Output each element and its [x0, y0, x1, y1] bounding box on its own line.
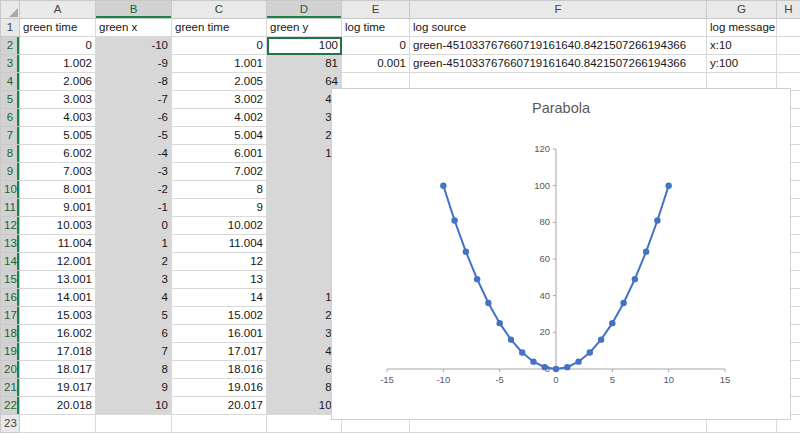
- row-header-12[interactable]: 12: [1, 217, 20, 235]
- row-header-16[interactable]: 16: [1, 289, 20, 307]
- cell-A9[interactable]: 7.003: [20, 163, 96, 181]
- cell-H3[interactable]: [777, 55, 800, 73]
- row-header-20[interactable]: 20: [1, 361, 20, 379]
- row-header-13[interactable]: 13: [1, 235, 20, 253]
- row-header-5[interactable]: 5: [1, 91, 20, 109]
- cell-E1[interactable]: log time: [342, 19, 410, 37]
- cell-A12[interactable]: 10.003: [20, 217, 96, 235]
- row-header-9[interactable]: 9: [1, 163, 20, 181]
- cell-B7[interactable]: -5: [96, 127, 172, 145]
- cell-A8[interactable]: 6.002: [20, 145, 96, 163]
- cell-A11[interactable]: 9.001: [20, 199, 96, 217]
- cell-C19[interactable]: 17.017: [172, 343, 267, 361]
- cell-B8[interactable]: -4: [96, 145, 172, 163]
- row-header-11[interactable]: 11: [1, 199, 20, 217]
- cell-C5[interactable]: 3.002: [172, 91, 267, 109]
- row-header-4[interactable]: 4: [1, 73, 20, 91]
- cell-B23[interactable]: [96, 415, 172, 433]
- cell-E3[interactable]: 0.001: [342, 55, 410, 73]
- cell-B4[interactable]: -8: [96, 73, 172, 91]
- column-header-F[interactable]: F: [410, 1, 707, 19]
- cell-B5[interactable]: -7: [96, 91, 172, 109]
- column-header-D[interactable]: D: [267, 1, 342, 19]
- cell-B14[interactable]: 2: [96, 253, 172, 271]
- cell-B6[interactable]: -6: [96, 109, 172, 127]
- cell-B16[interactable]: 4: [96, 289, 172, 307]
- cell-C17[interactable]: 15.002: [172, 307, 267, 325]
- cell-B17[interactable]: 5: [96, 307, 172, 325]
- cell-G3[interactable]: y:100: [707, 55, 777, 73]
- cell-H2[interactable]: [777, 37, 800, 55]
- cell-A18[interactable]: 16.002: [20, 325, 96, 343]
- cell-F3[interactable]: green-451033767660719161640.842150726619…: [410, 55, 707, 73]
- select-all-button[interactable]: [1, 1, 20, 19]
- cell-A10[interactable]: 8.001: [20, 181, 96, 199]
- cell-G2[interactable]: x:10: [707, 37, 777, 55]
- cell-A19[interactable]: 17.018: [20, 343, 96, 361]
- cell-F1[interactable]: log source: [410, 19, 707, 37]
- cell-D3[interactable]: 81: [267, 55, 342, 73]
- row-header-19[interactable]: 19: [1, 343, 20, 361]
- cell-B13[interactable]: 1: [96, 235, 172, 253]
- cell-B18[interactable]: 6: [96, 325, 172, 343]
- cell-A6[interactable]: 4.003: [20, 109, 96, 127]
- chart[interactable]: -15-10-5051015020406080100120 Parabola: [331, 88, 791, 420]
- cell-B1[interactable]: green x: [96, 19, 172, 37]
- row-header-22[interactable]: 22: [1, 397, 20, 415]
- cell-B2[interactable]: -10: [96, 37, 172, 55]
- cell-C2[interactable]: 0: [172, 37, 267, 55]
- cell-D2[interactable]: 100: [267, 37, 342, 55]
- cell-C11[interactable]: 9: [172, 199, 267, 217]
- cell-A20[interactable]: 18.017: [20, 361, 96, 379]
- cell-A13[interactable]: 11.004: [20, 235, 96, 253]
- cell-A4[interactable]: 2.006: [20, 73, 96, 91]
- cell-C3[interactable]: 1.001: [172, 55, 267, 73]
- row-header-2[interactable]: 2: [1, 37, 20, 55]
- cell-B10[interactable]: -2: [96, 181, 172, 199]
- cell-B3[interactable]: -9: [96, 55, 172, 73]
- cell-C6[interactable]: 4.002: [172, 109, 267, 127]
- column-header-G[interactable]: G: [707, 1, 777, 19]
- cell-A14[interactable]: 12.001: [20, 253, 96, 271]
- row-header-17[interactable]: 17: [1, 307, 20, 325]
- cell-A3[interactable]: 1.002: [20, 55, 96, 73]
- cell-C15[interactable]: 13: [172, 271, 267, 289]
- column-header-C[interactable]: C: [172, 1, 267, 19]
- cell-C10[interactable]: 8: [172, 181, 267, 199]
- cell-C14[interactable]: 12: [172, 253, 267, 271]
- cell-B15[interactable]: 3: [96, 271, 172, 289]
- cell-C16[interactable]: 14: [172, 289, 267, 307]
- cell-A1[interactable]: green time: [20, 19, 96, 37]
- row-header-23[interactable]: 23: [1, 415, 20, 433]
- cell-A21[interactable]: 19.017: [20, 379, 96, 397]
- row-header-10[interactable]: 10: [1, 181, 20, 199]
- cell-B9[interactable]: -3: [96, 163, 172, 181]
- cell-B11[interactable]: -1: [96, 199, 172, 217]
- row-header-14[interactable]: 14: [1, 253, 20, 271]
- row-header-21[interactable]: 21: [1, 379, 20, 397]
- cell-B19[interactable]: 7: [96, 343, 172, 361]
- cell-A23[interactable]: [20, 415, 96, 433]
- cell-C13[interactable]: 11.004: [172, 235, 267, 253]
- row-header-8[interactable]: 8: [1, 145, 20, 163]
- cell-G1[interactable]: log message: [707, 19, 777, 37]
- row-header-6[interactable]: 6: [1, 109, 20, 127]
- row-header-15[interactable]: 15: [1, 271, 20, 289]
- cell-A16[interactable]: 14.001: [20, 289, 96, 307]
- cell-H1[interactable]: [777, 19, 800, 37]
- cell-B21[interactable]: 9: [96, 379, 172, 397]
- cell-A15[interactable]: 13.001: [20, 271, 96, 289]
- column-header-H[interactable]: H: [777, 1, 800, 19]
- cell-C12[interactable]: 10.002: [172, 217, 267, 235]
- row-header-7[interactable]: 7: [1, 127, 20, 145]
- cell-A5[interactable]: 3.003: [20, 91, 96, 109]
- cell-A7[interactable]: 5.005: [20, 127, 96, 145]
- row-header-18[interactable]: 18: [1, 325, 20, 343]
- cell-B22[interactable]: 10: [96, 397, 172, 415]
- row-header-3[interactable]: 3: [1, 55, 20, 73]
- cell-C22[interactable]: 20.017: [172, 397, 267, 415]
- cell-B12[interactable]: 0: [96, 217, 172, 235]
- cell-C8[interactable]: 6.001: [172, 145, 267, 163]
- cell-D1[interactable]: green y: [267, 19, 342, 37]
- cell-E2[interactable]: 0: [342, 37, 410, 55]
